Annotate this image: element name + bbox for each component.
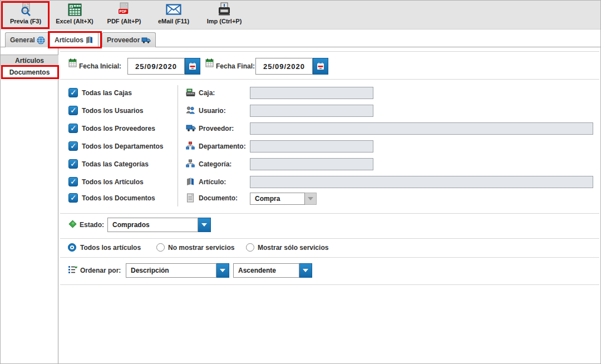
caja-input[interactable] <box>250 87 373 99</box>
checkbox-label: Todos los Departamentos <box>82 142 163 150</box>
checkbox-todos-los-documentos[interactable] <box>68 193 78 203</box>
calendar-green-icon <box>205 58 214 67</box>
articulo-input[interactable] <box>250 176 593 188</box>
radio-label: Todos los artículos <box>80 244 141 252</box>
fecha-final-value: 25/09/2020 <box>263 62 305 71</box>
chevron-down-icon <box>198 218 211 232</box>
org-chart-red-icon <box>186 141 195 150</box>
checkbox-todas-las-categorias[interactable] <box>68 159 78 169</box>
print-button[interactable]: Imp (Ctrl+P) <box>202 2 247 28</box>
cash-register-icon <box>186 88 195 97</box>
email-button-label: eMail (F11) <box>158 18 189 24</box>
globe-icon <box>37 36 45 45</box>
proveedor-input[interactable] <box>250 122 593 135</box>
checkbox-label: Todas las Categorías <box>82 160 149 168</box>
ordenar-direction-combo[interactable]: Ascendente <box>233 263 312 278</box>
checkbox-label: Todos los Documentos <box>82 194 155 202</box>
fecha-final-label: Fecha Final: <box>216 62 255 70</box>
radio-todos-los-articulos[interactable] <box>68 243 76 252</box>
departamento-input[interactable] <box>250 140 373 153</box>
sidebar-item-documentos[interactable]: Documentos <box>1 66 58 78</box>
checkbox-label: Todos los Artículos <box>82 178 144 186</box>
separator <box>60 79 599 80</box>
checkbox-todos-los-departamentos[interactable] <box>68 141 78 151</box>
calendar-green-icon <box>68 58 77 67</box>
pdf-button[interactable]: PDF PDF (Alt+P) <box>102 2 146 28</box>
sidebar: Artículos Documentos <box>1 47 58 364</box>
toolbar: Previa (F3) X Excel (Alt+X) <box>1 1 600 29</box>
separator <box>60 51 599 52</box>
excel-button-label: Excel (Alt+X) <box>56 18 93 24</box>
separator <box>60 257 599 258</box>
excel-button[interactable]: X Excel (Alt+X) <box>52 2 97 28</box>
radio-label: Mostrar sólo servicios <box>258 244 328 252</box>
preview-button[interactable]: Previa (F3) <box>4 2 47 28</box>
field-label-proveedor: Proveedor: <box>199 125 234 132</box>
separator <box>60 238 599 239</box>
documento-combo[interactable]: Compra <box>250 193 317 205</box>
estado-combo[interactable]: Comprados <box>107 218 211 232</box>
field-label-documento: Documento: <box>199 194 238 202</box>
radio-mostrar-solo-servicios[interactable] <box>246 243 254 252</box>
checkbox-todos-los-usuarios[interactable] <box>68 106 78 115</box>
sidebar-item-articulos-label: Artículos <box>15 57 44 65</box>
fecha-inicial-input[interactable]: 25/09/2020 <box>127 58 185 75</box>
radio-no-mostrar-servicios[interactable] <box>156 243 165 252</box>
tab-general-label: General <box>10 36 35 44</box>
pdf-button-label: PDF (Alt+P) <box>107 18 141 24</box>
chevron-down-icon <box>299 263 312 278</box>
checkbox-todos-los-articulos[interactable] <box>68 177 78 186</box>
field-label-departamento: Departamento: <box>199 142 246 150</box>
checkbox-label: Todos los Proveedores <box>82 125 155 132</box>
email-envelope-icon <box>166 2 181 17</box>
excel-icon: X <box>68 2 82 17</box>
categoria-input[interactable] <box>250 158 373 170</box>
chevron-down-icon <box>305 193 317 205</box>
fecha-final-input[interactable]: 25/09/2020 <box>255 58 313 75</box>
chevron-down-icon <box>216 263 229 278</box>
separator <box>60 284 599 285</box>
tab-proveedor-label: Proveedor <box>107 36 140 44</box>
estado-label: Estado: <box>80 221 104 229</box>
document-icon <box>186 193 194 203</box>
calendar-picker-icon <box>189 62 196 70</box>
print-button-label: Imp (Ctrl+P) <box>207 18 242 24</box>
sidebar-item-documentos-label: Documentos <box>9 68 50 76</box>
usuario-input[interactable] <box>250 105 373 117</box>
pdf-icon: PDF <box>117 2 131 17</box>
calendar-picker-icon <box>317 62 324 70</box>
sidebar-divider <box>58 47 58 364</box>
report-filter-window: Previa (F3) X Excel (Alt+X) <box>0 0 601 364</box>
fecha-inicial-label: Fecha Inicial: <box>79 62 121 70</box>
field-label-articulo: Artículo: <box>199 178 226 186</box>
checkbox-todos-los-proveedores[interactable] <box>68 124 78 133</box>
book-icon <box>85 36 93 44</box>
separator <box>60 213 599 214</box>
sort-list-icon <box>68 265 77 274</box>
field-label-caja: Caja: <box>199 89 215 97</box>
fecha-final-calendar-button[interactable] <box>313 58 328 75</box>
tab-proveedor[interactable]: Proveedor <box>102 32 156 47</box>
documento-combo-value: Compra <box>250 193 305 205</box>
ordenar-field-combo[interactable]: Descripción <box>126 263 229 278</box>
tab-articulos[interactable]: Artículos <box>50 32 98 47</box>
svg-text:PDF: PDF <box>120 9 127 13</box>
preview-magnifier-icon <box>18 2 33 17</box>
column-divider <box>178 85 178 206</box>
users-icon <box>186 106 195 115</box>
category-tree-icon <box>186 159 195 168</box>
estado-combo-value: Comprados <box>107 218 198 232</box>
sidebar-item-articulos[interactable]: Artículos <box>1 55 58 66</box>
tab-general[interactable]: General <box>5 32 50 47</box>
email-button[interactable]: eMail (F11) <box>152 2 195 28</box>
truck-icon <box>141 37 151 44</box>
checkbox-label: Todos los Usuarios <box>82 107 143 115</box>
ordenar-label: Ordenar por: <box>80 267 121 274</box>
tab-bar: General Artículos <box>1 30 600 47</box>
field-label-usuario: Usuario: <box>199 107 226 115</box>
fecha-inicial-calendar-button[interactable] <box>185 58 200 75</box>
checkbox-todas-las-cajas[interactable] <box>68 88 78 97</box>
ordenar-direction-value: Ascendente <box>233 263 299 278</box>
svg-text:X: X <box>70 4 72 8</box>
radio-label: No mostrar servicios <box>168 244 234 252</box>
